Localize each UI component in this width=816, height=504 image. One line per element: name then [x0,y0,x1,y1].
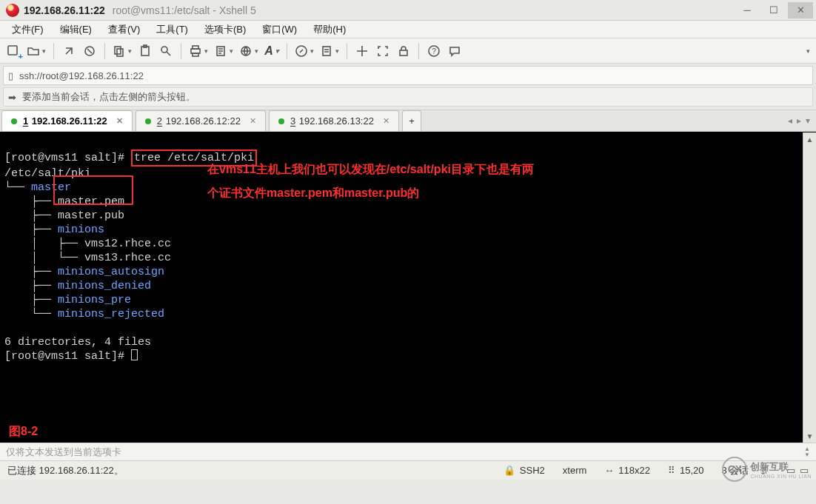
statusbar: 已连接 192.168.26.11:22。 🔒SSH2 xterm ↔118x2… [0,460,816,480]
paste-icon[interactable] [135,41,155,61]
help-icon[interactable]: ? [424,41,444,61]
address-bar[interactable]: ▯ ssh://root@192.168.26.11:22 [3,66,813,85]
menu-file[interactable]: 文件(F) [4,21,51,38]
svg-rect-2 [115,47,121,54]
fullscreen-icon[interactable] [372,41,393,61]
new-session-icon[interactable]: + [3,41,24,61]
globe-icon[interactable] [236,41,261,61]
tab-scroll-right-icon[interactable]: ▸ [797,115,801,126]
figure-label: 图8-2 [9,424,38,438]
copy-icon[interactable] [110,41,135,61]
lock-icon[interactable] [393,41,414,61]
svg-rect-3 [117,49,123,56]
menu-tools[interactable]: 工具(T) [149,21,195,38]
menu-window[interactable]: 窗口(W) [255,21,304,38]
scroll-down-icon[interactable]: ▼ [803,429,816,443]
tab-close-icon[interactable]: ✕ [116,116,123,126]
close-button[interactable]: ✕ [788,2,813,19]
menu-tab[interactable]: 选项卡(B) [197,21,253,38]
terminal-scrollbar[interactable]: ▲ ▼ [803,132,816,443]
status-size: 118x22 [618,465,650,476]
bookmark-icon[interactable]: ▯ [8,70,13,81]
session-tab-2[interactable]: 2 192.168.26.12:22 ✕ [136,110,266,131]
compose-bar[interactable]: 仅将文本发送到当前选项卡 ▲▼ [0,443,816,460]
session-tab-bar: 1 192.168.26.11:22 ✕ 2 192.168.26.12:22 … [0,110,816,132]
svg-rect-13 [323,47,330,56]
titlebar: 192.168.26.11:22 root@vms11:/etc/salt - … [0,0,816,21]
menu-view[interactable]: 查看(V) [101,21,147,38]
cursor-icon [131,349,138,360]
print-icon[interactable] [186,41,211,61]
tab-number: 2 [157,115,162,127]
tab-label: 192.168.26.11:22 [32,115,107,127]
reconnect-icon[interactable] [58,41,79,61]
svg-rect-8 [193,46,198,49]
annotation-line1: 在vms11主机上我们也可以发现在/etc/salt/pki目录下也是有两 [207,162,534,176]
disconnect-icon[interactable] [79,41,100,61]
xftp-icon[interactable] [352,41,372,61]
arrow-add-icon[interactable]: ➡ [8,92,16,103]
scroll-up-icon[interactable]: ▲ [803,132,816,146]
files-highlight [53,175,133,205]
tab-scroll-left-icon[interactable]: ◂ [788,115,792,126]
svg-text:?: ? [432,47,436,56]
svg-rect-9 [193,53,198,56]
tree-dir: minions [58,224,104,236]
watermark-sub: CHUANG XIN HU LIAN [750,474,812,479]
properties-icon[interactable] [211,41,236,61]
annotation-line2: 个证书文件master.pem和master.pub的 [207,186,419,200]
title-main: 192.168.26.11:22 [24,4,105,16]
svg-rect-7 [191,49,200,53]
maximize-button[interactable]: ☐ [761,2,786,19]
terminal-pane: [root@vms11 salt]# tree /etc/salt/pki /e… [0,132,816,443]
compose-icon[interactable] [292,41,317,61]
watermark-brand: 创新互联 [750,460,812,474]
font-icon[interactable]: A [261,41,282,61]
svg-rect-4 [141,47,149,56]
prompt: [root@vms11 salt]# [4,350,131,363]
menu-help[interactable]: 帮助(H) [306,21,353,38]
feedback-icon[interactable] [444,41,465,61]
tree-file: vms12.rhce.cc [84,238,171,250]
svg-rect-14 [400,50,407,56]
hint-bar: ➡ 要添加当前会话，点击左侧的箭头按钮。 [3,87,813,107]
script-icon[interactable] [317,41,342,61]
tab-menu-icon[interactable]: ▾ [806,115,810,126]
session-tab-3[interactable]: 3 192.168.26.13:22 ✕ [269,110,399,131]
address-text[interactable]: ssh://root@192.168.26.11:22 [19,70,144,81]
lock-small-icon: 🔒 [504,465,515,476]
session-tab-1[interactable]: 1 192.168.26.11:22 ✕ [1,110,133,131]
terminal[interactable]: [root@vms11 salt]# tree /etc/salt/pki /e… [0,132,803,443]
hint-text: 要添加当前会话，点击左侧的箭头按钮。 [22,90,195,104]
tab-add-button[interactable]: + [402,110,421,131]
tab-label: 192.168.26.13:22 [299,115,374,127]
tree-file: master.pub [58,209,124,222]
watermark: CX 创新互联 CHUANG XIN HU LIAN [722,457,812,482]
grid-icon: ⠿ [668,465,675,476]
tab-number: 3 [290,115,295,127]
menubar: 文件(F) 编辑(E) 查看(V) 工具(T) 选项卡(B) 窗口(W) 帮助(… [0,21,816,38]
open-session-icon[interactable] [24,41,49,61]
svg-rect-0 [8,46,17,55]
search-icon[interactable] [155,41,176,61]
size-icon: ↔ [604,465,614,476]
minimize-button[interactable]: ─ [735,2,760,19]
menu-edit[interactable]: 编辑(E) [53,21,99,38]
tree-dir: minions_autosign [58,266,164,278]
app-icon [6,4,19,17]
tree-dir: minions_denied [58,280,151,292]
status-connection: 已连接 192.168.26.11:22。 [7,464,124,477]
status-proto: SSH2 [520,465,545,476]
compose-placeholder: 仅将文本发送到当前选项卡 [6,446,121,459]
tab-label: 192.168.26.12:22 [166,115,241,127]
toolbar-overflow-icon[interactable]: ▾ [803,47,813,55]
tree-dir: minions_rejected [58,308,164,320]
status-dot-icon [11,118,17,124]
tab-close-icon[interactable]: ✕ [383,116,389,126]
tab-number: 1 [23,115,28,127]
prompt: [root@vms11 salt]# [4,152,131,164]
title-sub: root@vms11:/etc/salt - Xshell 5 [113,4,256,16]
tree-dir: minions_pre [58,294,131,306]
tab-close-icon[interactable]: ✕ [250,116,256,126]
svg-point-6 [161,47,167,53]
